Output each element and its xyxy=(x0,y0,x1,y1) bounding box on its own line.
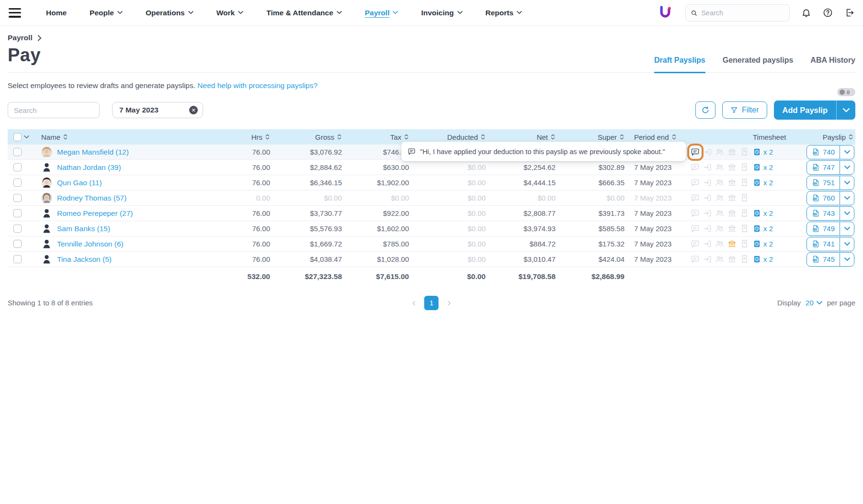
timesheet-cell[interactable]: x 2 xyxy=(749,209,797,217)
payslip-dropdown[interactable] xyxy=(840,237,854,251)
transfer-icon[interactable] xyxy=(703,224,713,234)
timesheet-cell[interactable]: x 2 xyxy=(749,240,797,248)
people-icon[interactable] xyxy=(715,193,725,203)
timesheet-cell[interactable]: x 2 xyxy=(749,179,797,187)
column-header-deducted[interactable]: Deducted xyxy=(409,133,486,141)
hamburger-menu-icon[interactable] xyxy=(9,8,21,18)
people-icon[interactable] xyxy=(715,147,725,157)
table-search-input[interactable] xyxy=(8,102,100,118)
row-checkbox[interactable] xyxy=(13,224,22,233)
add-payslip-dropdown[interactable] xyxy=(836,101,855,120)
nav-item-operations[interactable]: Operations xyxy=(146,9,193,17)
row-checkbox[interactable] xyxy=(13,194,22,202)
employee-link[interactable]: Romeo Perepeper (27) xyxy=(57,209,133,218)
receipt-icon[interactable] xyxy=(739,239,749,249)
select-options-chevron-icon[interactable] xyxy=(24,135,29,139)
comment-icon[interactable] xyxy=(691,208,700,219)
nav-item-home[interactable]: Home xyxy=(46,9,67,17)
comment-icon[interactable] xyxy=(691,224,700,234)
global-search-input[interactable] xyxy=(701,9,784,17)
timesheet-cell[interactable]: x 2 xyxy=(749,255,797,263)
pay-date-picker[interactable]: 7 May 2023 ✕ xyxy=(112,102,203,118)
payslip-dropdown[interactable] xyxy=(840,253,854,266)
receipt-icon[interactable] xyxy=(739,193,749,203)
logout-icon[interactable] xyxy=(844,8,854,18)
payslip-pdf-button[interactable]: 743 xyxy=(807,207,840,220)
people-icon[interactable] xyxy=(715,162,725,173)
prev-page-icon[interactable]: ‹ xyxy=(412,298,416,308)
receipt-icon[interactable] xyxy=(739,162,749,173)
row-checkbox[interactable] xyxy=(13,240,22,248)
tab-aba-history[interactable]: ABA History xyxy=(810,56,855,73)
transfer-icon[interactable] xyxy=(703,162,713,173)
payslip-pdf-button[interactable]: 740 xyxy=(807,146,840,159)
payslip-pdf-button[interactable]: 747 xyxy=(807,161,840,174)
bell-icon[interactable] xyxy=(801,8,811,18)
next-page-icon[interactable]: › xyxy=(447,298,451,308)
transfer-icon[interactable] xyxy=(703,239,713,249)
row-checkbox[interactable] xyxy=(13,209,22,217)
nav-item-reports[interactable]: Reports xyxy=(486,9,522,17)
column-header-gross[interactable]: Gross xyxy=(270,133,342,141)
transfer-icon[interactable] xyxy=(703,178,713,188)
employee-link[interactable]: Rodney Thomas (57) xyxy=(57,194,126,202)
column-header-period-end[interactable]: Period end xyxy=(634,133,688,141)
nav-item-work[interactable]: Work xyxy=(216,9,243,17)
breadcrumb-payroll[interactable]: Payroll xyxy=(8,34,33,42)
comment-icon[interactable] xyxy=(691,254,700,265)
comment-icon[interactable] xyxy=(691,162,700,173)
people-icon[interactable] xyxy=(715,239,725,249)
payslip-dropdown[interactable] xyxy=(840,176,854,190)
comment-icon[interactable] xyxy=(691,178,700,188)
receipt-icon[interactable] xyxy=(739,224,749,234)
bank-icon[interactable] xyxy=(727,193,737,203)
transfer-icon[interactable] xyxy=(703,147,713,157)
per-page-select[interactable]: 20 xyxy=(806,299,822,307)
transfer-icon[interactable] xyxy=(703,193,713,203)
bank-icon[interactable] xyxy=(727,254,737,265)
employee-link[interactable]: Nathan Jordan (39) xyxy=(57,163,121,172)
timesheet-cell[interactable]: x 2 xyxy=(749,163,797,171)
payslip-pdf-button[interactable]: 760 xyxy=(807,191,840,205)
receipt-icon[interactable] xyxy=(739,147,749,157)
add-payslip-button[interactable]: Add Payslip xyxy=(774,101,836,120)
bank-icon[interactable] xyxy=(727,224,737,234)
payslip-dropdown[interactable] xyxy=(840,191,854,205)
column-header-hrs[interactable]: Hrs xyxy=(227,133,270,141)
payslip-dropdown[interactable] xyxy=(840,146,854,159)
people-icon[interactable] xyxy=(715,208,725,219)
viewers-badge[interactable]: 0 xyxy=(837,88,855,96)
receipt-icon[interactable] xyxy=(739,208,749,219)
payslip-dropdown[interactable] xyxy=(840,207,854,220)
tab-draft-payslips[interactable]: Draft Payslips xyxy=(654,56,705,73)
people-icon[interactable] xyxy=(715,178,725,188)
column-header-net[interactable]: Net xyxy=(486,133,556,141)
timesheet-cell[interactable]: x 2 xyxy=(749,224,797,233)
column-header-payslip[interactable]: Payslip xyxy=(797,133,855,141)
employee-link[interactable]: Sam Banks (15) xyxy=(57,224,110,233)
payslip-dropdown[interactable] xyxy=(840,161,854,174)
transfer-icon[interactable] xyxy=(703,208,713,219)
row-checkbox[interactable] xyxy=(13,163,22,171)
nav-item-payroll[interactable]: Payroll xyxy=(365,9,398,17)
payslip-pdf-button[interactable]: 751 xyxy=(807,176,840,190)
row-checkbox[interactable] xyxy=(13,255,22,263)
employee-link[interactable]: Tina Jackson (5) xyxy=(57,255,112,264)
employee-link[interactable]: Qun Gao (11) xyxy=(57,179,102,187)
receipt-icon[interactable] xyxy=(739,254,749,265)
help-icon[interactable] xyxy=(823,8,833,18)
refresh-button[interactable] xyxy=(695,101,715,119)
bank-icon[interactable] xyxy=(727,178,737,188)
column-header-tax[interactable]: Tax xyxy=(342,133,409,141)
page-1-button[interactable]: 1 xyxy=(424,296,439,310)
payslip-dropdown[interactable] xyxy=(840,222,854,235)
bank-icon[interactable] xyxy=(727,208,737,219)
row-checkbox[interactable] xyxy=(13,148,22,156)
column-header-super[interactable]: Super xyxy=(556,133,625,141)
row-checkbox[interactable] xyxy=(13,179,22,187)
tab-generated-payslips[interactable]: Generated payslips xyxy=(723,56,794,73)
nav-item-invoicing[interactable]: Invoicing xyxy=(421,9,462,17)
transfer-icon[interactable] xyxy=(703,254,713,265)
column-header-name[interactable]: Name xyxy=(36,133,227,141)
payslip-pdf-button[interactable]: 741 xyxy=(807,237,840,251)
